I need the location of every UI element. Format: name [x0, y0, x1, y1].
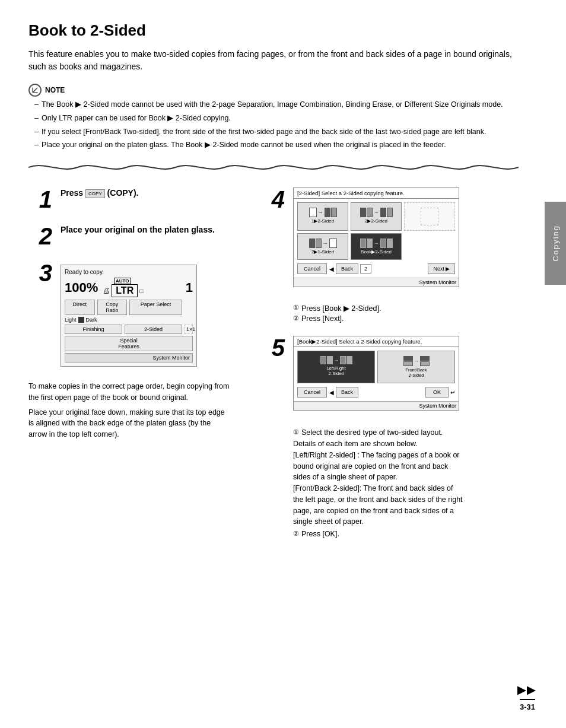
step-3-number: 3 [28, 261, 52, 285]
step4-page-num: 2 [360, 264, 371, 274]
step4-sub2-text: Press [Next]. [301, 314, 344, 323]
page-title: Book to 2-Sided [28, 21, 519, 40]
back-arrow-icon: ◀ [329, 266, 334, 272]
step5-cancel-btn[interactable]: Cancel [297, 387, 327, 398]
step4-screen-title: [2-Sided] Select a 2-Sided copying featu… [294, 188, 459, 199]
step5-sub2-text: Press [OK]. [301, 530, 339, 538]
right-steps: 4 [2-Sided] Select a 2-Sided copying fea… [261, 187, 519, 551]
option-empty [404, 202, 455, 231]
step-1-instruction: Press COPY (COPY). [61, 187, 242, 199]
step4-next-label: Next [433, 266, 444, 272]
step-3: 3 Ready to copy. 100% AUTO 🖨 [28, 261, 242, 440]
sidebar-tab-label: Copying [551, 225, 560, 262]
copier-menu-row: Direct CopyRatio Paper Select [65, 300, 193, 315]
text-field: 1×1 [185, 325, 193, 334]
step5-ok-area: OK ↵ [425, 387, 455, 398]
option-2to2[interactable]: → 2▶2-Sided [351, 202, 402, 231]
copier-status: Ready to copy. [65, 269, 193, 275]
arrow-1: ▶ [517, 684, 526, 697]
copier-display-main: 100% AUTO 🖨 LTR □ 1 [65, 278, 193, 297]
step5-ok-btn[interactable]: OK [425, 387, 449, 398]
copy-ratio-btn[interactable]: CopyRatio [97, 300, 128, 315]
step4-cancel-btn[interactable]: Cancel [297, 263, 327, 274]
step-3-desc1: To make copies in the correct page order… [28, 381, 230, 403]
note-item-1: The Book ▶ 2-Sided mode cannot be used w… [34, 99, 519, 110]
step5-sys-monitor[interactable]: System Monitor [294, 401, 459, 410]
copying-tab: Copying [545, 202, 566, 285]
step-1: 1 Press COPY (COPY). [28, 187, 242, 211]
step4-screen: [2-Sided] Select a 2-Sided copying featu… [293, 187, 459, 287]
option-1to2-label: 1▶2-Sided [311, 218, 334, 224]
step4-substeps: ① Press [Book ▶ 2-Sided]. ② Press [Next]… [261, 304, 381, 323]
step4-sub2: ② Press [Next]. [293, 314, 381, 323]
step5-btn-row: Cancel ◀ Back OK ↵ [297, 387, 455, 398]
note-section: NOTE The Book ▶ 2-Sided mode cannot be u… [28, 84, 519, 151]
step-5-content: [Book▶2-Sided] Select a 2-Sided copying … [293, 336, 459, 417]
intro-text: This feature enables you to make two-sid… [28, 48, 519, 73]
slider-row: Light Dark [65, 317, 193, 323]
dark-label: Dark [86, 317, 97, 323]
copy-count: 1 [186, 280, 193, 295]
step-1-number: 1 [28, 187, 52, 211]
option-lr[interactable]: → Left/Right2-Sided [297, 351, 375, 383]
step4-sub1-text: Press [Book ▶ 2-Sided]. [301, 304, 381, 313]
next-arrow-icon: ▶ [446, 266, 450, 272]
step5-sub2: ② Press [OK]. [293, 530, 465, 538]
step-3-desc2: Place your original face down, making su… [28, 407, 230, 440]
continue-arrows: ▶ ▶ [517, 684, 535, 697]
light-label: Light [65, 317, 77, 323]
option-fb-label: Front/Back2-Sided [405, 367, 427, 378]
paper-label: LTR [112, 284, 138, 297]
step5-options: → Left/Right2-Sided [297, 351, 455, 383]
copier-screen: Ready to copy. 100% AUTO 🖨 LTR □ [61, 265, 197, 367]
copier-bottom-row: Finishing 2-Sided 1×1 [65, 325, 193, 334]
wave-divider [28, 161, 519, 173]
step-5-number: 5 [261, 336, 285, 360]
step5-description: Details of each item are shown below. [L… [293, 438, 465, 527]
step-3-content: Ready to copy. 100% AUTO 🖨 LTR □ [61, 261, 197, 367]
step5-screen: [Book▶2-Sided] Select a 2-Sided copying … [293, 336, 459, 411]
left-steps: 1 Press COPY (COPY). 2 Place your origin… [28, 187, 242, 551]
step5-sub1-text: Select the desired type of two-sided lay… [301, 428, 443, 437]
step5-sub2-num: ② [293, 530, 299, 538]
step4-options: → 1▶2-Sided [297, 202, 455, 260]
option-book2-label: Book▶2-Sided [361, 249, 392, 255]
step4-next-btn[interactable]: Next ▶ [428, 263, 455, 274]
step5-back-btn[interactable]: Back [336, 387, 358, 398]
step4-sub1: ① Press [Book ▶ 2-Sided]. [293, 304, 381, 313]
note-item-3: If you select [Front/Back Two-sided], th… [34, 126, 519, 138]
step-1-content: Press COPY (COPY). [61, 187, 242, 203]
system-monitor-btn[interactable]: System Monitor [65, 353, 193, 363]
option-1to2[interactable]: → 1▶2-Sided [297, 202, 348, 231]
step-2: 2 Place your original on the platen glas… [28, 224, 242, 248]
step4-screen-body: → 1▶2-Sided [294, 199, 459, 278]
two-sided-btn[interactable]: 2-Sided [125, 325, 182, 334]
special-features-btn[interactable]: SpecialFeatures [65, 336, 193, 351]
note-list: The Book ▶ 2-Sided mode cannot be used w… [28, 99, 519, 151]
option-2to1[interactable]: → 2▶1-Sided [297, 233, 348, 260]
svg-line-0 [34, 89, 36, 91]
copy-button-icon: COPY [85, 189, 105, 198]
step4-sub1-num: ① [293, 304, 299, 313]
option-lr-label: Left/Right2-Sided [326, 365, 345, 376]
finishing-btn[interactable]: Finishing [65, 325, 122, 334]
note-label: NOTE [45, 86, 65, 94]
step-3-descriptions: To make copies in the correct page order… [28, 381, 230, 440]
step4-sys-monitor[interactable]: System Monitor [294, 278, 459, 287]
step-4: 4 [2-Sided] Select a 2-Sided copying fea… [261, 187, 519, 323]
special-features-row: SpecialFeatures [65, 336, 193, 351]
step4-sub2-num: ② [293, 314, 299, 323]
paper-select-btn[interactable]: Paper Select [129, 300, 182, 315]
step4-back-btn[interactable]: Back [336, 263, 358, 274]
auto-label: AUTO [114, 278, 131, 284]
step-5: 5 [Book▶2-Sided] Select a 2-Sided copyin… [261, 336, 519, 538]
step5-sub1-num: ① [293, 428, 299, 437]
page-number-area: ▶ ▶ 3-31 [517, 684, 535, 711]
ok-check-icon: ↵ [450, 389, 455, 396]
option-fb[interactable]: → Front/Back2-Sided [377, 351, 455, 383]
option-book2[interactable]: → Book▶2-Sided [351, 233, 402, 260]
note-item-2: Only LTR paper can be used for Book ▶ 2-… [34, 113, 519, 124]
step-2-content: Place your original on the platen glass. [61, 224, 242, 240]
step5-substeps: ① Select the desired type of two-sided l… [261, 428, 465, 538]
direct-btn[interactable]: Direct [65, 300, 95, 315]
